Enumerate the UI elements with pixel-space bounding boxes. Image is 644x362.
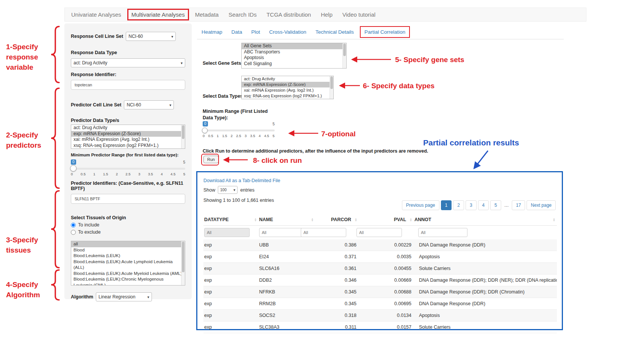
tab-partial-correlation[interactable]: Partial Correlation <box>361 27 409 37</box>
cell-datatype: exp <box>203 251 258 262</box>
filter-input-annot[interactable] <box>418 228 467 237</box>
cell-name: NFRKB <box>258 286 315 298</box>
cell-annot: Solute Carriers <box>414 263 557 274</box>
algorithm-select[interactable]: Linear Regression ▾ <box>96 292 152 301</box>
table-row: exp UBB 0.386 0.00229 DNA Damage Respons… <box>203 239 557 251</box>
page-button-3[interactable]: 3 <box>466 200 477 210</box>
list-option[interactable]: Cell Signaling <box>242 61 346 67</box>
slider-handle[interactable] <box>70 165 77 172</box>
column-header-pval[interactable]: PVAL ▲▼ <box>359 214 414 225</box>
list-option-selected[interactable]: exp: mRNA Expression (Z-Score) <box>242 82 333 87</box>
response-identifier-input[interactable] <box>71 80 185 90</box>
column-header-datatype[interactable]: DATATYPE ▲▼ <box>203 214 258 225</box>
tissue-include-radio[interactable] <box>71 223 76 228</box>
cell-annot: Apoptosis <box>414 310 557 321</box>
tissue-exclude-radio-row: To exclude <box>71 229 185 235</box>
scrollbar[interactable] <box>181 241 185 285</box>
tab-technical-details[interactable]: Technical Details <box>311 26 358 38</box>
list-option[interactable]: xai: mRNA Expression (Avg. log2 Int.) <box>71 137 185 143</box>
filter-input-name[interactable] <box>259 228 305 237</box>
nav-item-help[interactable]: Help <box>316 8 338 21</box>
list-option[interactable]: xai: mRNA Expression (Avg. log2 Int.) <box>242 87 333 93</box>
slider-value-badge: 0 <box>71 159 76 165</box>
list-option[interactable]: Blood:Leukemia (LEUK):Acute Lymphoid Leu… <box>71 259 185 271</box>
page-button-5[interactable]: 5 <box>490 200 501 210</box>
scrollbar[interactable] <box>330 76 333 99</box>
scrollbar-thumb[interactable] <box>330 76 333 89</box>
table-row: exp SLC38A3 0.311 0.0157 Solute Carriers <box>203 321 557 333</box>
predictor-identifiers-input[interactable] <box>71 194 185 204</box>
slider-handle[interactable] <box>202 128 208 133</box>
list-option-selected[interactable]: all <box>71 241 185 247</box>
sort-icon: ▲▼ <box>553 218 555 222</box>
list-option[interactable]: Blood:Leukemia (LEUK) <box>71 253 185 259</box>
list-option[interactable]: act: Drug Activity <box>242 76 333 82</box>
page-button-4[interactable]: 4 <box>478 200 489 210</box>
page-button-1[interactable]: 1 <box>441 200 452 210</box>
table-row: exp RRM2B 0.345 0.00695 DNA Damage Respo… <box>203 298 557 310</box>
response-cell-line-set-select[interactable]: NCI-60 ▾ <box>126 32 176 41</box>
next-page-button[interactable]: Next page <box>527 200 556 210</box>
response-data-type-select[interactable]: act: Drug Activity ▾ <box>71 58 185 67</box>
sort-icon: ▲▼ <box>254 218 257 222</box>
tab-plot[interactable]: Plot <box>247 26 264 38</box>
predictor-cell-line-set-select[interactable]: NCI-60 ▾ <box>124 100 174 109</box>
nav-item-search-ids[interactable]: Search IDs <box>224 8 261 21</box>
scrollbar-thumb[interactable] <box>182 242 184 272</box>
slider-track[interactable] <box>203 130 275 131</box>
nav-item-video-tutorial[interactable]: Video tutorial <box>338 8 380 21</box>
cell-datatype: exp <box>203 298 258 309</box>
previous-page-button[interactable]: Previous page <box>402 200 439 210</box>
tissue-exclude-radio[interactable] <box>71 230 76 235</box>
cell-datatype: exp <box>203 321 258 333</box>
page-button-17[interactable]: 17 <box>512 200 525 210</box>
scrollbar[interactable] <box>342 43 346 68</box>
tick-label: 1 <box>93 172 95 176</box>
cell-pval: 0.00688 <box>359 286 414 298</box>
download-link[interactable]: Download All as a Tab-Delimited File <box>203 178 280 183</box>
annotation-step8: 8- click on run <box>253 155 302 165</box>
nav-item-metadata[interactable]: Metadata <box>190 8 224 21</box>
page-button-2[interactable]: 2 <box>453 200 464 210</box>
list-option[interactable]: xsq: RNA-seq Expression (log2 FPKM+1.) <box>242 93 333 99</box>
column-header-parcor[interactable]: PARCOR ▲▼ <box>315 214 359 225</box>
scrollbar-thumb[interactable] <box>182 125 184 139</box>
scrollbar[interactable] <box>181 125 185 148</box>
column-header-name[interactable]: NAME ▲▼ <box>258 214 315 225</box>
cell-name: EI24 <box>258 251 315 262</box>
brace-step1 <box>51 27 59 83</box>
cell-datatype: exp <box>203 239 258 251</box>
list-option[interactable]: Apoptosis <box>242 55 346 61</box>
tab-data[interactable]: Data <box>227 26 247 38</box>
annotation-box-run <box>201 154 219 165</box>
filter-input-datatype[interactable] <box>204 228 250 237</box>
list-option[interactable]: Blood:Leukemia (LEUK):Chronic Myelogenou… <box>71 276 185 286</box>
cell-annot: DNA Damage Response (DDR) <box>414 239 557 251</box>
filter-input-parcor[interactable] <box>301 228 346 237</box>
list-option[interactable]: Blood <box>71 247 185 253</box>
column-header-annot[interactable]: ANNOT ▲▼ <box>414 214 557 225</box>
table-row: exp SOCS2 0.318 0.0134 Apoptosis <box>203 310 557 321</box>
min-predictor-range-slider: 0 5 0 0.5 1 1.5 2 2.5 3 3.5 4 4.5 5 <box>71 159 185 178</box>
filter-input-pval[interactable] <box>356 228 402 237</box>
list-option[interactable]: act: Drug Activity <box>71 125 185 131</box>
nav-item-univariate-analyses[interactable]: Univariate Analyses <box>66 8 126 21</box>
list-option[interactable]: ABC Transporters <box>242 49 346 55</box>
show-entries-select[interactable]: 100 ▾ <box>218 186 238 194</box>
nav-item-multivariate-analyses[interactable]: Multivariate Analyses <box>131 11 185 18</box>
scrollbar-thumb[interactable] <box>343 44 346 56</box>
tick-label: 5 <box>183 172 185 176</box>
list-option-selected[interactable]: exp: mRNA Expression (Z-Score) <box>71 131 185 137</box>
column-header-label: ANNOT <box>414 217 431 222</box>
cell-pval: 0.00455 <box>359 263 414 274</box>
list-option[interactable]: xsq: RNA-seq Expression (log2 FPKM+1.) <box>71 143 185 149</box>
predictor-data-types-label: Predictor Data Type/s <box>71 118 185 123</box>
tab-cross-validation[interactable]: Cross-Validation <box>265 26 311 38</box>
nav-item-tcga-distribution[interactable]: TCGA distribution <box>261 8 316 21</box>
slider-ticks: 0 0.5 1 1.5 2 2.5 3 3.5 4 4.5 5 <box>71 172 185 176</box>
tab-heatmap[interactable]: Heatmap <box>197 26 227 38</box>
list-option-selected[interactable]: All Gene Sets <box>242 43 346 49</box>
list-option[interactable]: Blood:Leukemia (LEUK):Acute Myeloid Leuk… <box>71 271 185 277</box>
cell-name: SOCS2 <box>258 310 315 321</box>
slider-track[interactable] <box>71 168 185 170</box>
